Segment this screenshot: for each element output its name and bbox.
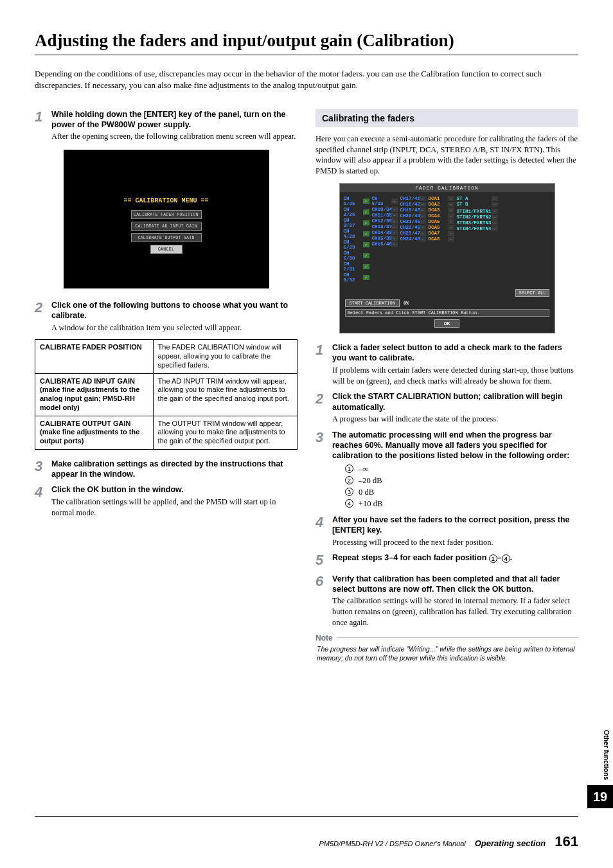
fader-checkbox: – xyxy=(420,213,426,218)
calibrate-output-button: CALIBRATE OUTPUT GAIN xyxy=(131,233,202,242)
fader-label: DCA1 xyxy=(429,196,447,201)
progress-value: 0% xyxy=(404,301,409,306)
fader-calibration-screenshot: FADER CALIBRATION CH 1/25✓CH 2/26✓CH 3/2… xyxy=(339,183,555,333)
fader-checkbox: – xyxy=(492,220,498,226)
option-desc: The AD INPUT TRIM window will appear, al… xyxy=(153,373,297,416)
step-desc: The calibration settings will be stored … xyxy=(332,596,578,628)
step-number: 4 xyxy=(35,484,46,518)
note-body: The progress bar will indicate "Writing.… xyxy=(315,642,578,662)
circled-2-icon: 2 xyxy=(345,476,353,484)
fader-checkbox: ✓ xyxy=(363,264,369,269)
select-all-button: SELECT ALL xyxy=(515,289,549,297)
note-label: Note xyxy=(315,633,333,642)
step-heading: Click the START CALIBRATION button; cali… xyxy=(332,391,578,412)
option-name: CALIBRATE AD INPUT GAIN (make fine adjus… xyxy=(35,373,154,416)
fader-label: CH 6/30 xyxy=(344,251,362,261)
fader-label: CH21/45 xyxy=(400,219,418,224)
calibrate-ad-input-button: CALIBRATE AD INPUT GAIN xyxy=(131,222,202,231)
fader-checkbox: – xyxy=(391,242,398,247)
fader-label: CH16/40 xyxy=(372,242,390,247)
step-heading: Click one of the following buttons to ch… xyxy=(51,300,298,321)
step-heading: Verify that calibration has been complet… xyxy=(332,574,578,595)
fader-checkbox: – xyxy=(448,225,454,230)
fader-label: CH19/43 xyxy=(400,208,418,213)
fader-label: CH18/42 xyxy=(400,202,418,207)
fader-label: DCA2 xyxy=(429,202,447,207)
footer-section: Operating section xyxy=(475,838,546,848)
footer-manual: PM5D/PM5D-RH V2 / DSP5D Owner's Manual xyxy=(319,840,465,847)
fader-label: CH 1/25 xyxy=(344,196,362,206)
fader-checkbox: – xyxy=(492,226,498,231)
start-calibration-button: START CALIBRATION xyxy=(345,299,400,307)
step-heading: After you have set the faders to the cor… xyxy=(332,515,578,536)
fader-checkbox: ✓ xyxy=(363,199,369,204)
step-heading: The automatic processing will end when t… xyxy=(332,430,578,461)
step-desc: The calibration settings will be applied… xyxy=(51,497,298,518)
step-number: 4 xyxy=(315,515,327,547)
fader-label: CH11/35 xyxy=(372,213,390,218)
fader-checkbox: – xyxy=(391,224,398,229)
fader-label: CH24/48 xyxy=(400,236,418,242)
fader-checkbox: – xyxy=(420,231,426,236)
circled-1-icon: 1 xyxy=(489,554,497,563)
left-column: 1 While holding down the [ENTER] key of … xyxy=(35,109,298,662)
step-desc: Processing will proceed to the next fade… xyxy=(332,537,578,548)
fader-label: CH20/44 xyxy=(400,213,418,218)
circled-4-icon: 4 xyxy=(502,554,510,563)
pos-1: –∞ xyxy=(359,463,368,475)
fader-label: DCA8 xyxy=(429,236,447,242)
fader-label: STIN2/FXRTN2 xyxy=(457,215,490,220)
fader-checkbox: – xyxy=(448,208,454,213)
fader-label: CH 7/31 xyxy=(344,261,362,272)
fader-label: ST A xyxy=(457,196,490,201)
fader-checkbox: – xyxy=(391,236,398,241)
step-desc: A progress bar will indicate the state o… xyxy=(332,414,578,425)
footer-page: 161 xyxy=(555,833,578,850)
fader-label: DCA6 xyxy=(429,225,447,230)
option-desc: The FADER CALIBRATION window will appear… xyxy=(153,340,297,373)
intro-text: Depending on the conditions of use, disc… xyxy=(35,68,578,91)
fader-label: CH12/36 xyxy=(372,218,390,224)
calibration-options-table: CALIBRATE FADER POSITION The FADER CALIB… xyxy=(35,339,298,450)
pos-4: +10 dB xyxy=(359,498,382,509)
fader-checkbox: – xyxy=(391,230,398,235)
fader-label: ST B xyxy=(457,202,490,207)
step-desc: If problems with certain faders were det… xyxy=(332,365,578,387)
fader-checkbox: ✓ xyxy=(363,231,369,236)
step-number: 3 xyxy=(35,459,46,480)
fader-checkbox: – xyxy=(492,215,498,220)
fader-checkbox: – xyxy=(420,202,426,207)
ok-button: OK xyxy=(434,319,460,328)
step-desc: After the opening screen, the following … xyxy=(51,131,298,142)
fader-label: DCA4 xyxy=(429,213,447,218)
fader-checkbox: – xyxy=(420,196,426,201)
fader-checkbox: – xyxy=(492,196,498,201)
step-heading: Click a fader select button to add a che… xyxy=(332,342,578,364)
right-column: Calibrating the faders Here you can exec… xyxy=(315,109,578,662)
fader-checkbox: – xyxy=(391,207,398,212)
fader-label: DCA3 xyxy=(429,208,447,213)
pos-2: –20 dB xyxy=(359,475,382,486)
step-heading: Repeat steps 3–4 for each fader position… xyxy=(332,553,578,563)
table-row: CALIBRATE OUTPUT GAIN (make fine adjustm… xyxy=(35,416,298,449)
fader-checkbox: – xyxy=(420,225,426,230)
fader-label: CH 2/26 xyxy=(344,207,362,217)
fader-label: CH 8/32 xyxy=(344,272,362,283)
fader-checkbox: – xyxy=(391,213,398,218)
fader-checkbox: – xyxy=(420,208,426,213)
step-number: 5 xyxy=(315,553,327,568)
pos-3: 0 dB xyxy=(359,486,374,498)
chapter-number: 19 xyxy=(587,785,613,808)
cal-menu-title: == CALIBRATION MENU == xyxy=(64,197,269,204)
fader-label: CH10/34 xyxy=(372,207,390,212)
fader-checkbox: ✓ xyxy=(363,220,369,226)
fader-label: CH 4/28 xyxy=(344,229,362,239)
fader-checkbox: – xyxy=(448,202,454,207)
fader-checkbox: – xyxy=(448,196,454,201)
circled-4-icon: 4 xyxy=(345,499,353,508)
fader-label: DCA7 xyxy=(429,231,447,236)
position-list: 1–∞ 2–20 dB 30 dB 4+10 dB xyxy=(345,463,578,510)
step-number: 2 xyxy=(35,300,46,333)
side-tab-label: Other functions xyxy=(601,725,613,785)
step-number: 1 xyxy=(315,342,327,386)
